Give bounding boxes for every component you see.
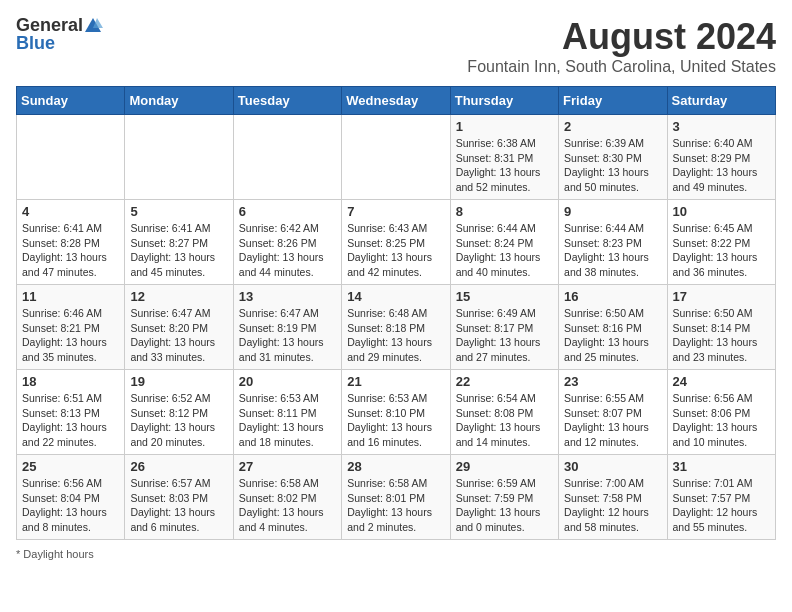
calendar-cell bbox=[125, 115, 233, 200]
calendar-cell: 2Sunrise: 6:39 AM Sunset: 8:30 PM Daylig… bbox=[559, 115, 667, 200]
logo-general-text: General bbox=[16, 16, 83, 34]
title-area: August 2024 Fountain Inn, South Carolina… bbox=[467, 16, 776, 76]
day-info: Sunrise: 6:47 AM Sunset: 8:19 PM Dayligh… bbox=[239, 306, 336, 365]
day-number: 27 bbox=[239, 459, 336, 474]
calendar-header: SundayMondayTuesdayWednesdayThursdayFrid… bbox=[17, 87, 776, 115]
col-header-saturday: Saturday bbox=[667, 87, 775, 115]
calendar-cell: 20Sunrise: 6:53 AM Sunset: 8:11 PM Dayli… bbox=[233, 370, 341, 455]
calendar-cell: 14Sunrise: 6:48 AM Sunset: 8:18 PM Dayli… bbox=[342, 285, 450, 370]
footer-note-text: Daylight hours bbox=[23, 548, 93, 560]
calendar-cell: 13Sunrise: 6:47 AM Sunset: 8:19 PM Dayli… bbox=[233, 285, 341, 370]
day-info: Sunrise: 6:38 AM Sunset: 8:31 PM Dayligh… bbox=[456, 136, 553, 195]
day-number: 12 bbox=[130, 289, 227, 304]
calendar-cell: 5Sunrise: 6:41 AM Sunset: 8:27 PM Daylig… bbox=[125, 200, 233, 285]
day-info: Sunrise: 6:55 AM Sunset: 8:07 PM Dayligh… bbox=[564, 391, 661, 450]
day-info: Sunrise: 6:42 AM Sunset: 8:26 PM Dayligh… bbox=[239, 221, 336, 280]
day-info: Sunrise: 6:39 AM Sunset: 8:30 PM Dayligh… bbox=[564, 136, 661, 195]
calendar-week-1: 4Sunrise: 6:41 AM Sunset: 8:28 PM Daylig… bbox=[17, 200, 776, 285]
day-number: 15 bbox=[456, 289, 553, 304]
day-number: 18 bbox=[22, 374, 119, 389]
day-number: 5 bbox=[130, 204, 227, 219]
day-number: 1 bbox=[456, 119, 553, 134]
calendar-cell: 4Sunrise: 6:41 AM Sunset: 8:28 PM Daylig… bbox=[17, 200, 125, 285]
footer-note: * Daylight hours bbox=[16, 548, 776, 560]
calendar-cell: 12Sunrise: 6:47 AM Sunset: 8:20 PM Dayli… bbox=[125, 285, 233, 370]
calendar-cell: 18Sunrise: 6:51 AM Sunset: 8:13 PM Dayli… bbox=[17, 370, 125, 455]
calendar-cell: 11Sunrise: 6:46 AM Sunset: 8:21 PM Dayli… bbox=[17, 285, 125, 370]
day-number: 9 bbox=[564, 204, 661, 219]
calendar-cell: 17Sunrise: 6:50 AM Sunset: 8:14 PM Dayli… bbox=[667, 285, 775, 370]
day-info: Sunrise: 6:53 AM Sunset: 8:10 PM Dayligh… bbox=[347, 391, 444, 450]
day-info: Sunrise: 6:46 AM Sunset: 8:21 PM Dayligh… bbox=[22, 306, 119, 365]
day-info: Sunrise: 6:56 AM Sunset: 8:06 PM Dayligh… bbox=[673, 391, 770, 450]
day-number: 23 bbox=[564, 374, 661, 389]
day-info: Sunrise: 6:53 AM Sunset: 8:11 PM Dayligh… bbox=[239, 391, 336, 450]
day-info: Sunrise: 6:49 AM Sunset: 8:17 PM Dayligh… bbox=[456, 306, 553, 365]
calendar-cell bbox=[342, 115, 450, 200]
day-number: 13 bbox=[239, 289, 336, 304]
calendar-week-2: 11Sunrise: 6:46 AM Sunset: 8:21 PM Dayli… bbox=[17, 285, 776, 370]
header: General Blue August 2024 Fountain Inn, S… bbox=[16, 16, 776, 76]
calendar-cell: 3Sunrise: 6:40 AM Sunset: 8:29 PM Daylig… bbox=[667, 115, 775, 200]
day-info: Sunrise: 6:48 AM Sunset: 8:18 PM Dayligh… bbox=[347, 306, 444, 365]
calendar-cell: 6Sunrise: 6:42 AM Sunset: 8:26 PM Daylig… bbox=[233, 200, 341, 285]
day-number: 8 bbox=[456, 204, 553, 219]
calendar-cell: 9Sunrise: 6:44 AM Sunset: 8:23 PM Daylig… bbox=[559, 200, 667, 285]
day-number: 29 bbox=[456, 459, 553, 474]
day-number: 10 bbox=[673, 204, 770, 219]
day-info: Sunrise: 6:54 AM Sunset: 8:08 PM Dayligh… bbox=[456, 391, 553, 450]
day-info: Sunrise: 6:44 AM Sunset: 8:23 PM Dayligh… bbox=[564, 221, 661, 280]
day-info: Sunrise: 6:41 AM Sunset: 8:28 PM Dayligh… bbox=[22, 221, 119, 280]
day-number: 20 bbox=[239, 374, 336, 389]
day-number: 16 bbox=[564, 289, 661, 304]
day-info: Sunrise: 6:50 AM Sunset: 8:14 PM Dayligh… bbox=[673, 306, 770, 365]
day-info: Sunrise: 6:58 AM Sunset: 8:01 PM Dayligh… bbox=[347, 476, 444, 535]
day-number: 14 bbox=[347, 289, 444, 304]
day-info: Sunrise: 7:00 AM Sunset: 7:58 PM Dayligh… bbox=[564, 476, 661, 535]
day-info: Sunrise: 6:57 AM Sunset: 8:03 PM Dayligh… bbox=[130, 476, 227, 535]
calendar-cell: 7Sunrise: 6:43 AM Sunset: 8:25 PM Daylig… bbox=[342, 200, 450, 285]
day-number: 28 bbox=[347, 459, 444, 474]
calendar-cell: 30Sunrise: 7:00 AM Sunset: 7:58 PM Dayli… bbox=[559, 455, 667, 540]
day-info: Sunrise: 6:52 AM Sunset: 8:12 PM Dayligh… bbox=[130, 391, 227, 450]
header-row: SundayMondayTuesdayWednesdayThursdayFrid… bbox=[17, 87, 776, 115]
main-title: August 2024 bbox=[467, 16, 776, 58]
day-number: 2 bbox=[564, 119, 661, 134]
day-info: Sunrise: 6:43 AM Sunset: 8:25 PM Dayligh… bbox=[347, 221, 444, 280]
day-info: Sunrise: 6:40 AM Sunset: 8:29 PM Dayligh… bbox=[673, 136, 770, 195]
logo-icon bbox=[83, 16, 103, 34]
col-header-friday: Friday bbox=[559, 87, 667, 115]
day-info: Sunrise: 6:58 AM Sunset: 8:02 PM Dayligh… bbox=[239, 476, 336, 535]
subtitle: Fountain Inn, South Carolina, United Sta… bbox=[467, 58, 776, 76]
col-header-monday: Monday bbox=[125, 87, 233, 115]
day-number: 3 bbox=[673, 119, 770, 134]
day-info: Sunrise: 6:59 AM Sunset: 7:59 PM Dayligh… bbox=[456, 476, 553, 535]
col-header-tuesday: Tuesday bbox=[233, 87, 341, 115]
calendar-cell: 8Sunrise: 6:44 AM Sunset: 8:24 PM Daylig… bbox=[450, 200, 558, 285]
logo: General Blue bbox=[16, 16, 103, 52]
day-number: 19 bbox=[130, 374, 227, 389]
day-number: 26 bbox=[130, 459, 227, 474]
calendar-cell: 31Sunrise: 7:01 AM Sunset: 7:57 PM Dayli… bbox=[667, 455, 775, 540]
day-number: 31 bbox=[673, 459, 770, 474]
calendar-cell: 16Sunrise: 6:50 AM Sunset: 8:16 PM Dayli… bbox=[559, 285, 667, 370]
day-number: 6 bbox=[239, 204, 336, 219]
calendar-cell: 26Sunrise: 6:57 AM Sunset: 8:03 PM Dayli… bbox=[125, 455, 233, 540]
day-info: Sunrise: 6:56 AM Sunset: 8:04 PM Dayligh… bbox=[22, 476, 119, 535]
calendar-cell: 21Sunrise: 6:53 AM Sunset: 8:10 PM Dayli… bbox=[342, 370, 450, 455]
calendar-body: 1Sunrise: 6:38 AM Sunset: 8:31 PM Daylig… bbox=[17, 115, 776, 540]
day-info: Sunrise: 6:50 AM Sunset: 8:16 PM Dayligh… bbox=[564, 306, 661, 365]
day-number: 30 bbox=[564, 459, 661, 474]
day-number: 17 bbox=[673, 289, 770, 304]
calendar-cell: 19Sunrise: 6:52 AM Sunset: 8:12 PM Dayli… bbox=[125, 370, 233, 455]
calendar-table: SundayMondayTuesdayWednesdayThursdayFrid… bbox=[16, 86, 776, 540]
day-info: Sunrise: 6:51 AM Sunset: 8:13 PM Dayligh… bbox=[22, 391, 119, 450]
calendar-cell: 15Sunrise: 6:49 AM Sunset: 8:17 PM Dayli… bbox=[450, 285, 558, 370]
day-info: Sunrise: 6:47 AM Sunset: 8:20 PM Dayligh… bbox=[130, 306, 227, 365]
day-info: Sunrise: 6:44 AM Sunset: 8:24 PM Dayligh… bbox=[456, 221, 553, 280]
calendar-week-3: 18Sunrise: 6:51 AM Sunset: 8:13 PM Dayli… bbox=[17, 370, 776, 455]
day-info: Sunrise: 6:41 AM Sunset: 8:27 PM Dayligh… bbox=[130, 221, 227, 280]
calendar-cell bbox=[233, 115, 341, 200]
calendar-week-4: 25Sunrise: 6:56 AM Sunset: 8:04 PM Dayli… bbox=[17, 455, 776, 540]
calendar-cell: 25Sunrise: 6:56 AM Sunset: 8:04 PM Dayli… bbox=[17, 455, 125, 540]
